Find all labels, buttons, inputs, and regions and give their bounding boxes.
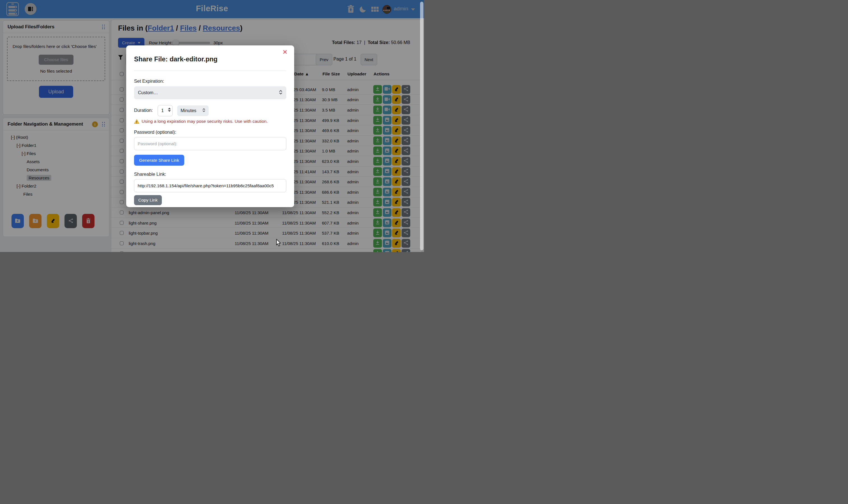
password-label: Password (optional): (134, 129, 176, 135)
duration-unit-select[interactable]: Minutes (177, 105, 209, 116)
duration-label: Duration: (134, 108, 153, 113)
duration-row: Duration: 1 Minutes (126, 105, 294, 116)
expiration-warning: Using a long expiration may pose securit… (134, 119, 268, 124)
shareable-link-label: Shareable Link: (134, 172, 166, 177)
share-link-input[interactable] (134, 179, 286, 192)
expiration-label: Set Expiration: (134, 78, 164, 84)
password-input[interactable] (134, 137, 286, 150)
page-scrollbar[interactable] (420, 2, 423, 250)
number-stepper-icon[interactable] (168, 108, 171, 112)
close-icon[interactable]: ✕ (282, 49, 287, 55)
select-chevrons-icon (279, 90, 282, 96)
share-file-modal: ✕ Share File: dark-editor.png Set Expira… (126, 46, 294, 207)
generate-share-link-button[interactable]: Generate Share Link (134, 155, 184, 166)
modal-title: Share File: dark-editor.png (134, 55, 218, 63)
copy-link-button[interactable]: Copy Link (134, 195, 162, 205)
expiration-select[interactable]: Custom… (134, 86, 286, 99)
duration-input[interactable]: 1 (158, 105, 173, 116)
select-chevrons-icon (202, 108, 205, 113)
warning-icon (134, 119, 139, 124)
filerise-app: FileRise admin (0, 0, 424, 252)
